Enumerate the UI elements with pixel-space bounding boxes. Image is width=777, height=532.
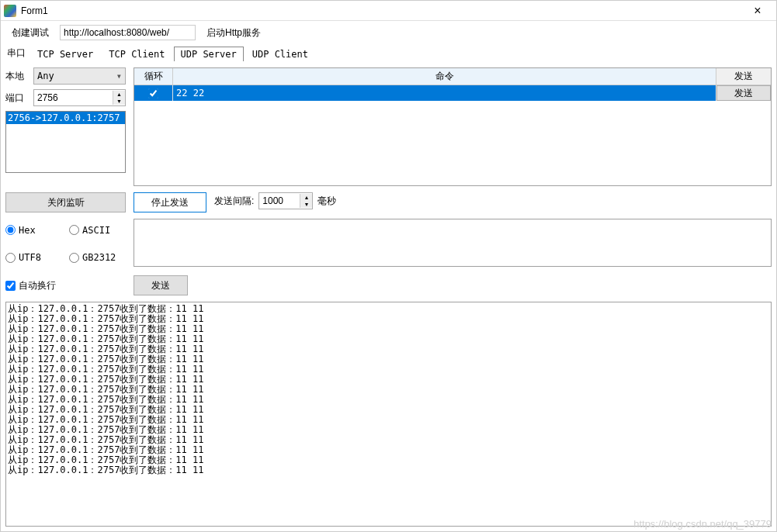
tab-tcp-client[interactable]: TCP Client <box>102 47 172 61</box>
local-label: 本地 <box>5 70 27 83</box>
window-title: Form1 <box>21 5 742 16</box>
row-send-button[interactable]: 发送 <box>716 85 771 101</box>
tab-tcp-server[interactable]: TCP Server <box>30 47 100 61</box>
connections-listbox[interactable]: 2756->127.0.0.1:2757 <box>5 111 126 173</box>
port-spinner[interactable]: ▲▼ <box>113 91 125 105</box>
grid-header-send: 发送 <box>716 68 771 85</box>
local-value: Any <box>37 71 54 81</box>
grid-header-loop: 循环 <box>134 68 173 85</box>
tab-udp-client[interactable]: UDP Client <box>245 47 315 61</box>
start-http-button[interactable]: 启动Http服务 <box>200 25 267 41</box>
table-row[interactable]: 22 22 发送 <box>134 85 771 101</box>
interval-input[interactable]: ▲▼ <box>258 192 313 209</box>
url-input[interactable] <box>60 25 196 40</box>
toolbar: 创建调试 启动Http服务 <box>1 21 776 44</box>
close-button[interactable]: × <box>742 4 773 18</box>
local-combo[interactable]: Any <box>33 67 126 85</box>
row-loop-checkbox[interactable] <box>148 88 158 98</box>
interval-spinner[interactable]: ▲▼ <box>300 194 312 208</box>
send-button[interactable]: 发送 <box>134 275 188 295</box>
port-input[interactable]: ▲▼ <box>33 89 126 106</box>
radio-gb2312[interactable]: GB2312 <box>69 247 116 270</box>
interval-unit: 毫秒 <box>317 195 336 208</box>
command-grid: 循环 命令 发送 22 22 发送 <box>134 67 772 186</box>
tab-lead-label: 串口 <box>5 45 30 61</box>
log-output[interactable]: 从ip：127.0.0.1：2757收到了数据：11 11 从ip：127.0.… <box>5 302 772 527</box>
create-debug-button[interactable]: 创建调试 <box>5 25 55 41</box>
interval-value[interactable] <box>259 195 300 206</box>
app-icon <box>4 5 16 17</box>
port-value[interactable] <box>34 92 113 103</box>
send-textarea[interactable] <box>134 219 772 267</box>
radio-hex[interactable]: Hex <box>5 219 52 242</box>
list-item[interactable]: 2756->127.0.0.1:2757 <box>6 112 125 124</box>
stop-send-button[interactable]: 停止发送 <box>134 192 206 212</box>
radio-ascii[interactable]: ASCII <box>69 219 116 242</box>
tab-bar: 串口 TCP Server TCP Client UDP Server UDP … <box>1 44 776 61</box>
titlebar: Form1 × <box>1 1 776 21</box>
interval-label: 发送间隔: <box>214 195 254 208</box>
grid-header-cmd: 命令 <box>173 68 716 85</box>
close-listen-button[interactable]: 关闭监听 <box>5 192 126 212</box>
encoding-radios: Hex ASCII UTF8 GB2312 <box>5 219 126 269</box>
auto-wrap-checkbox[interactable]: 自动换行 <box>5 279 126 292</box>
tab-udp-server[interactable]: UDP Server <box>174 47 244 61</box>
radio-utf8[interactable]: UTF8 <box>5 247 52 270</box>
port-label: 端口 <box>5 92 27 105</box>
row-cmd-cell[interactable]: 22 22 <box>173 85 716 101</box>
